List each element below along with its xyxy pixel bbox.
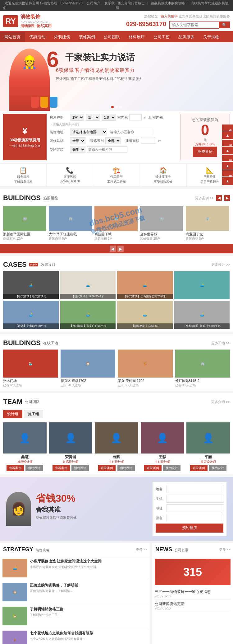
team-more-link[interactable]: 更多介绍	[211, 400, 230, 404]
case-item-4[interactable]: 🛋️	[174, 271, 230, 299]
case-img-6: 🛋️ 【乡村田园】富室广户18平米	[60, 301, 116, 329]
top-bar-job-link[interactable]: 西安分司招贤纳士	[117, 1, 145, 5]
building2-item-2[interactable]: 🏠 新兴区·璟颂1702 已有 20 人进场	[61, 350, 116, 388]
news-item-1[interactable]: 三五一一润物装饰一一诚心祝福您 2017-03-15	[155, 588, 231, 600]
team-appoint-btn-5[interactable]: 预约设计	[209, 465, 226, 471]
building-item-4[interactable]: 🏢 金科世界城 装修数量 20户	[140, 206, 183, 241]
building2-item-4[interactable]: 🏢 长虹国际8115-2 已有 38 人进场	[175, 350, 230, 388]
buildings-more-link[interactable]: 更多案例	[195, 196, 214, 200]
team-appoint-btn-1[interactable]: 预约设计	[25, 465, 43, 471]
news-more-link[interactable]: 更多>>	[219, 547, 230, 552]
promo-addr-input[interactable]	[167, 504, 223, 512]
case-item-3[interactable]: 🛋️ 【欧式古典】长岛国际公寓78平米	[117, 271, 173, 299]
top-bar-home-link[interactable]: 欢迎光临润物装饰官网！-销售热线：029-89563170	[5, 1, 83, 5]
promo-name-input[interactable]	[167, 485, 223, 493]
strategy-section: STRATEGY 装修攻略 更多>> 🛋️ 小客厅装修改造 让你家空间没法这个大…	[0, 543, 150, 644]
building2-item-1[interactable]: 🏪 光木门场 已有12人进场	[3, 350, 58, 388]
building-item-1[interactable]: 🏢 润新都华国际社区 建筑面积 12户	[3, 206, 46, 241]
team-member-5: 👤 平丽 首席设计师 查看案例 预约设计	[186, 422, 230, 471]
buildings-slider-prev[interactable]: ◀	[110, 246, 116, 252]
team-tab-design[interactable]: 设计组	[3, 410, 22, 418]
team-appoint-btn-3[interactable]: 预约设计	[117, 465, 135, 471]
hero-banner: 👷 6 干家装让实力说话 6项保障 客户看得见的润物家装实力 设计团队/施工工艺…	[0, 42, 233, 111]
nav-item-home[interactable]: 网站首页	[0, 32, 25, 42]
case-item-1[interactable]: 🛋️ 【欧式古典】欧式古典美	[3, 271, 59, 299]
strategy-item-4[interactable]: 🪑 七个花钱地方之教你如何省钱拥有装修 七个花钱地方之教你如何省钱拥有装修...	[2, 631, 147, 644]
case-item-8[interactable]: 🛋️ 【乡村田园】鲁迪·亮白50平米	[174, 301, 230, 329]
building-item-5[interactable]: 🏢 商业园丁城 建筑面积 5户	[186, 206, 229, 241]
team-case-btn-3[interactable]: 查看案例	[98, 465, 116, 471]
strategy-item-3[interactable]: 🏡 了解明铺钻价格三倍 了解明铺钻价格三倍...	[2, 607, 147, 628]
calc-province-select[interactable]: 请选择省市地区	[70, 129, 107, 135]
hero-dot-2[interactable]	[115, 106, 118, 108]
calc-style-select[interactable]: 全部	[70, 137, 85, 144]
search-input[interactable]	[169, 21, 219, 29]
service-item-2[interactable]: 📞 客服热线 029-89563170	[47, 164, 93, 186]
news-item-2[interactable]: 公司新闻资讯更新 2017-03-10	[155, 600, 231, 612]
buildings-slider-next[interactable]: ▶	[117, 246, 124, 252]
buildings-next-btn[interactable]: ▶	[224, 195, 230, 201]
case-item-5[interactable]: 🛋️ 【欧式】文素四号88平米	[3, 301, 59, 329]
top-bar-tips-link[interactable]: 跑赢装修成本购房攻略	[151, 1, 185, 5]
hero-dot-1[interactable]	[111, 106, 114, 108]
calc-interior-input[interactable]	[129, 114, 142, 120]
cases-more-link[interactable]: 更多设计	[211, 262, 230, 267]
service-item-4[interactable]: 🏠 设计师服务 享受精致装修	[140, 164, 187, 186]
nav-item-cases[interactable]: 装修案例	[75, 32, 99, 42]
nav-item-materials[interactable]: 材料展厅	[124, 32, 149, 42]
strategy-title-area: STRATEGY 装修攻略	[3, 546, 49, 553]
team-case-btn-2[interactable]: 查看案例	[53, 465, 70, 471]
calc-submit-button[interactable]: 免费量房	[193, 147, 217, 157]
calc-level-select[interactable]: 全部	[105, 137, 121, 144]
strategy-more-link[interactable]: 更多>>	[136, 547, 147, 552]
nav-item-about[interactable]: 关于润物	[199, 32, 224, 42]
case-item-7[interactable]: 🛋️ 【典典色彩】1958 68	[117, 301, 173, 329]
team-name-3: 刘辉	[95, 454, 138, 460]
calc-area-input[interactable]	[141, 138, 156, 144]
top-bar-about-link[interactable]: 公司简介	[87, 1, 100, 5]
service-item-1[interactable]: 📋 服务流程 了解服务流程	[0, 164, 47, 186]
nav-item-brand[interactable]: 品牌服务	[174, 32, 199, 42]
buildings-prev-btn[interactable]: ◀	[216, 195, 222, 201]
buildings2-more-link[interactable]: 更多工地	[211, 341, 230, 346]
nav-item-exterior[interactable]: 外装建筑	[50, 32, 75, 42]
team-case-btn-1[interactable]: 查看案例	[7, 465, 24, 471]
sidebar-arrow-up-1[interactable]: ▲	[222, 131, 233, 139]
sidebar-btn-back[interactable]: 返回顶部	[222, 170, 233, 176]
calc-hall-select[interactable]: 1厅2厅	[86, 114, 100, 121]
calc-bath-select[interactable]: 1卫2卫	[102, 114, 116, 121]
building2-item-3[interactable]: 🏗️ 荣兴·美丽园·1702 已有 58 人进场	[118, 350, 173, 388]
building2-img-2: 🏠	[61, 350, 116, 378]
building-item-3[interactable]: 🏢 商业园丁城 建筑面积 5户	[94, 206, 138, 241]
building-item-2[interactable]: 🏢 大华·华工江山御景 建筑面积 8户	[49, 206, 92, 241]
sidebar-arrow-up-3[interactable]: ▲	[222, 162, 233, 170]
sidebar-arrow-up-4[interactable]: ▲	[222, 177, 233, 185]
calc-community-input[interactable]	[109, 129, 152, 135]
team-tab-construction[interactable]: 施工组	[24, 410, 43, 418]
calc-phone-input[interactable]	[87, 146, 127, 153]
sidebar-btn-appoint[interactable]: 预约量房	[222, 155, 233, 161]
strategy-item-1[interactable]: 🛋️ 小客厅装修改造 让你家空间没法这个大空间 小客厅如何装修改造 让你家空间没…	[2, 559, 147, 580]
nav-item-promo[interactable]: 优惠活动	[25, 32, 50, 42]
case-item-6[interactable]: 🛋️ 【乡村田园】富室广户18平米	[60, 301, 116, 329]
sidebar-arrow-up-2[interactable]: ▲	[222, 147, 233, 154]
strategy-item-2[interactable]: 🏠 正确选购陶瓷装修，了解明铺 正确选购陶瓷装修，了解明铺...	[2, 583, 147, 604]
team-appoint-btn-2[interactable]: 预约设计	[71, 465, 89, 471]
promo-msg-input[interactable]	[167, 514, 223, 522]
calc-room-select[interactable]: 1室2室3室	[70, 114, 84, 121]
sidebar-btn-online[interactable]: 在线咨询	[222, 125, 233, 131]
case-item-2[interactable]: 🛋️ 【现代简约】1958 50平米	[60, 271, 116, 299]
nav-item-craft[interactable]: 公司工艺	[149, 32, 174, 42]
team-case-btn-4[interactable]: 查看案例	[144, 465, 162, 471]
service-item-3[interactable]: 🏗️ 代工分所 工程施工分布	[93, 164, 140, 186]
promo-phone-input[interactable]	[167, 495, 223, 503]
team-appoint-btn-4[interactable]: 预约设计	[163, 465, 180, 471]
calc-gender-select[interactable]: 先生女士	[70, 146, 85, 153]
search-button[interactable]: 🔍	[219, 21, 230, 28]
sidebar-btn-quote[interactable]: 报价设计	[222, 140, 233, 146]
hero-dot-3[interactable]	[119, 106, 122, 108]
promo-submit-button[interactable]: 预约量房	[156, 524, 223, 533]
team-case-btn-5[interactable]: 查看案例	[190, 465, 208, 471]
service-sub-1: 了解服务流程	[2, 180, 45, 184]
nav-item-team[interactable]: 公司团队	[99, 32, 124, 42]
